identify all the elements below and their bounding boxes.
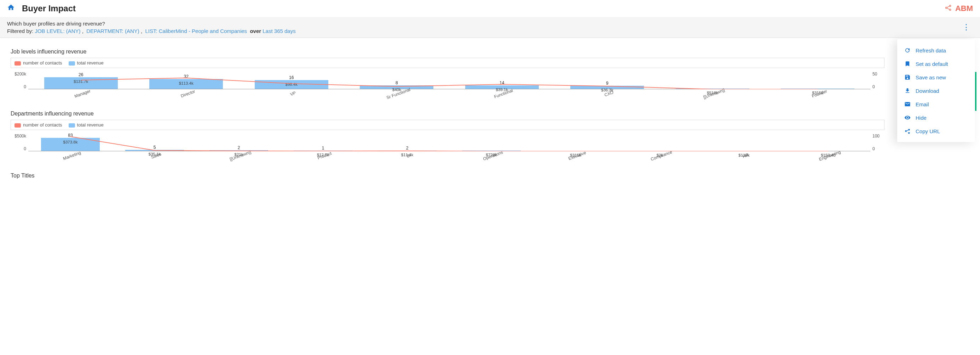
header: Buyer Impact ABM — [0, 0, 980, 17]
svg-line-4 — [947, 8, 949, 9]
download-icon — [904, 88, 911, 94]
svg-line-3 — [947, 6, 949, 8]
menu-copy-url[interactable]: Copy URL — [897, 124, 975, 138]
menu-email[interactable]: Email — [897, 98, 975, 111]
actions-dropdown: Refresh data Set as default Save as new … — [897, 39, 975, 142]
bar-count-label: 9 — [606, 81, 609, 86]
filter-list-link[interactable]: LIST: CaliberMind - People and Companies — [145, 28, 247, 34]
chart1-legend: number of contacts total revenue — [11, 58, 885, 68]
chart1-yaxis-left: $200k 0 — [11, 72, 28, 89]
blue-swatch-icon — [68, 123, 75, 128]
chart3-title: Top Titles — [11, 173, 885, 179]
brand-text: ABM — [955, 4, 973, 13]
chart1-yaxis-right: 50 0 — [870, 72, 885, 89]
home-icon[interactable] — [7, 3, 15, 13]
chart1-bars: $131.7k26$113.4k32$98.4k16$40k8$39.1k14$… — [28, 72, 870, 104]
bar-count-label: 5 — [154, 145, 156, 150]
over-label: over — [250, 28, 261, 34]
chart1-title: Job levels influencing revenue — [11, 48, 885, 55]
save-icon — [904, 74, 911, 80]
legend-contacts: number of contacts — [14, 122, 62, 128]
main-panel: Job levels influencing revenue number of… — [3, 42, 892, 185]
chart1-plot: $200k 0 $131.7k26$113.4k32$98.4k16$40k8$… — [11, 72, 885, 104]
menu-download[interactable]: Download — [897, 84, 975, 98]
bar-count-label: 83 — [68, 133, 73, 138]
share-icon — [904, 128, 911, 134]
bar-value-label: $373.8k — [63, 140, 78, 144]
page-title: Buyer Impact — [22, 3, 76, 13]
bar-count-label: 32 — [184, 74, 189, 79]
bar-count-label: 14 — [500, 80, 504, 85]
bar-count-label: 26 — [78, 72, 83, 77]
chart2-bars: $373.8k83$35.1k5$21k2$12.7k1$11.4k2$728k… — [28, 134, 870, 165]
eye-icon — [904, 114, 911, 121]
red-swatch-icon — [14, 61, 21, 66]
red-swatch-icon — [14, 123, 21, 128]
filter-department-link[interactable]: DEPARTMENT: (ANY) — [86, 28, 139, 34]
filtered-by-label: Filtered by: — [7, 28, 33, 34]
filter-question: Which buyer profiles are driving revenue… — [7, 21, 296, 27]
filter-daterange-link[interactable]: Last 365 days — [262, 28, 296, 34]
legend-revenue: total revenue — [68, 60, 103, 66]
filter-bar: Which buyer profiles are driving revenue… — [0, 17, 980, 38]
menu-refresh[interactable]: Refresh data — [897, 43, 975, 57]
filter-text: Which buyer profiles are driving revenue… — [7, 21, 296, 34]
share-network-icon — [945, 4, 952, 13]
legend-revenue: total revenue — [68, 122, 103, 128]
bar-count-label: 1 — [322, 146, 325, 150]
bar-count-label: 2 — [406, 146, 409, 150]
header-left: Buyer Impact — [7, 3, 76, 13]
bookmark-icon — [904, 61, 911, 67]
bar-value-label: $131.7k — [73, 79, 88, 84]
bar-value-label: $98.4k — [285, 82, 298, 86]
svg-point-2 — [949, 9, 951, 10]
kebab-menu-icon[interactable]: ⋮ — [959, 23, 973, 32]
content-area: Job levels influencing revenue number of… — [0, 38, 980, 189]
bar-count-label: 8 — [396, 80, 398, 85]
chart2-yaxis-right: 100 0 — [870, 134, 885, 151]
chart2-plot: $500k 0 $373.8k83$35.1k5$21k2$12.7k1$11.… — [11, 134, 885, 165]
chart2-yaxis-left: $500k 0 — [11, 134, 28, 151]
legend-contacts: number of contacts — [14, 60, 62, 66]
menu-hide[interactable]: Hide — [897, 111, 975, 124]
menu-set-default[interactable]: Set as default — [897, 57, 975, 70]
blue-swatch-icon — [68, 61, 75, 66]
brand-logo: ABM — [945, 4, 973, 13]
refresh-icon — [904, 47, 911, 53]
menu-save-as-new[interactable]: Save as new — [897, 70, 975, 84]
bar-value-label: $113.4k — [179, 81, 194, 85]
bar-count-label: 16 — [289, 75, 294, 80]
svg-point-1 — [949, 5, 951, 6]
email-icon — [904, 101, 911, 107]
svg-point-0 — [945, 7, 947, 8]
chart2-legend: number of contacts total revenue — [11, 120, 885, 130]
bar-count-label: 2 — [238, 145, 240, 150]
filter-job-level-link[interactable]: JOB LEVEL: (ANY) — [35, 28, 80, 34]
